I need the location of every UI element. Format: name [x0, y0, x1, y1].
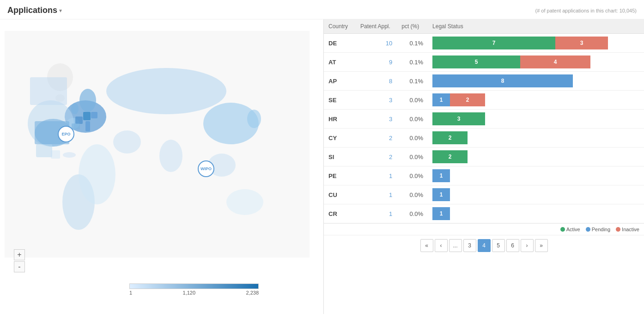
wipo-label[interactable]: WIPO — [198, 160, 214, 177]
bar-pending: 1 — [432, 169, 450, 182]
country-cell: CY — [324, 129, 356, 148]
legend-inactive-label: Inactive — [622, 227, 639, 232]
col-patent-appl: Patent Appl. — [356, 19, 397, 34]
inactive-dot — [616, 227, 620, 232]
patent-appl-cell: 1 — [356, 204, 397, 223]
patent-appl-cell: 9 — [356, 53, 397, 72]
page-first-button[interactable]: « — [420, 239, 433, 252]
legend-pending-item: Pending — [586, 227, 610, 232]
patent-appl-link[interactable]: 9 — [389, 59, 392, 66]
page-last-button[interactable]: » — [535, 239, 548, 252]
bar-pending: 1 — [432, 188, 450, 201]
patent-appl-cell: 8 — [356, 72, 397, 91]
table-row: SE 3 0.0% 12 — [324, 91, 644, 110]
page-5-button[interactable]: 5 — [492, 239, 505, 252]
patent-appl-link[interactable]: 3 — [389, 116, 392, 123]
epo-label[interactable]: EPO — [58, 126, 74, 142]
table-row: AT 9 0.1% 54 — [324, 53, 644, 72]
map-legend: 1 1,120 2,238 — [129, 283, 259, 295]
legend-gradient — [129, 283, 259, 289]
legend-max: 2,238 — [246, 290, 259, 295]
patent-appl-link[interactable]: 2 — [389, 135, 392, 142]
page-next-button[interactable]: › — [521, 239, 534, 252]
bar-cell: 1 — [428, 204, 644, 223]
patent-appl-link[interactable]: 2 — [389, 154, 392, 160]
bar-inactive: 3 — [555, 37, 608, 49]
table-row: CU 1 0.0% 1 — [324, 185, 644, 204]
svg-rect-18 — [83, 112, 91, 120]
table-body: DE 10 0.1% 73 AT 9 0.1% 54 AP 8 0.1% 8 S… — [324, 34, 644, 223]
bar-active: 2 — [432, 131, 468, 144]
table-row: AP 8 0.1% 8 — [324, 72, 644, 91]
legend-pending-label: Pending — [592, 227, 610, 232]
svg-point-5 — [106, 68, 226, 114]
pct-cell: 0.0% — [397, 166, 428, 185]
bar-cell: 12 — [428, 91, 644, 110]
page-prev-button[interactable]: ‹ — [435, 239, 448, 252]
table-legend: Active Pending Inactive — [324, 223, 644, 235]
svg-rect-23 — [30, 77, 67, 105]
zoom-out-button[interactable]: - — [14, 261, 25, 272]
pct-cell: 0.1% — [397, 34, 428, 53]
patent-appl-cell: 10 — [356, 34, 397, 53]
page-3-button[interactable]: 3 — [463, 239, 476, 252]
pct-cell: 0.1% — [397, 53, 428, 72]
country-cell: SI — [324, 148, 356, 166]
patent-appl-cell: 3 — [356, 91, 397, 110]
pct-cell: 0.0% — [397, 129, 428, 148]
svg-point-3 — [71, 103, 79, 114]
country-cell: PE — [324, 166, 356, 185]
svg-point-11 — [113, 130, 141, 154]
bar-inactive: 4 — [520, 55, 590, 68]
dropdown-arrow-icon[interactable]: ▾ — [59, 7, 62, 14]
patent-appl-link[interactable]: 1 — [389, 191, 392, 198]
patent-appl-link[interactable]: 3 — [389, 97, 392, 104]
data-table: Country Patent Appl. pct (%) Legal Statu… — [324, 19, 644, 223]
patent-appl-link[interactable]: 10 — [386, 40, 392, 47]
svg-rect-19 — [91, 112, 97, 118]
pct-cell: 0.0% — [397, 110, 428, 129]
patent-appl-link[interactable]: 8 — [389, 78, 392, 85]
svg-rect-25 — [36, 144, 52, 157]
country-cell: CU — [324, 185, 356, 204]
bar-cell: 54 — [428, 53, 644, 72]
zoom-in-button[interactable]: + — [14, 249, 25, 260]
page-6-button[interactable]: 6 — [506, 239, 519, 252]
bar-inactive: 2 — [450, 93, 485, 106]
svg-point-12 — [159, 140, 182, 172]
legend-labels: 1 1,120 2,238 — [129, 290, 259, 295]
pct-cell: 0.0% — [397, 148, 428, 166]
svg-rect-21 — [85, 121, 90, 131]
main-content: EPO WIPO + - 1 1,120 2,238 Country Paten… — [0, 19, 644, 314]
bar-cell: 1 — [428, 185, 644, 204]
legend-min: 1 — [129, 290, 132, 295]
col-pct: pct (%) — [397, 19, 428, 34]
bar-cell: 2 — [428, 129, 644, 148]
bar-active: 5 — [432, 55, 520, 68]
bar-pending: 1 — [432, 207, 450, 220]
patent-appl-cell: 1 — [356, 185, 397, 204]
svg-point-27 — [63, 152, 76, 158]
col-legal-status: Legal Status — [428, 19, 644, 34]
svg-rect-20 — [75, 117, 83, 124]
svg-rect-22 — [72, 123, 80, 129]
page-4-button[interactable]: 4 — [478, 239, 491, 252]
bar-cell: 1 — [428, 166, 644, 185]
bar-pending: 8 — [432, 74, 573, 87]
page-title: Applications — [7, 6, 57, 15]
svg-point-2 — [79, 89, 96, 112]
legend-active-label: Active — [566, 227, 580, 232]
bar-active: 3 — [432, 112, 485, 125]
patent-appl-link[interactable]: 1 — [389, 210, 392, 217]
bar-pending: 1 — [432, 93, 450, 106]
world-map — [5, 24, 310, 265]
svg-rect-26 — [51, 150, 60, 159]
legend-inactive-item: Inactive — [616, 227, 639, 232]
patent-appl-cell: 2 — [356, 129, 397, 148]
map-area: EPO WIPO + - 1 1,120 2,238 — [0, 19, 323, 314]
patent-appl-link[interactable]: 1 — [389, 172, 392, 179]
patent-appl-cell: 1 — [356, 166, 397, 185]
table-row: DE 10 0.1% 73 — [324, 34, 644, 53]
active-dot — [560, 227, 565, 232]
table-header: Country Patent Appl. pct (%) Legal Statu… — [324, 19, 644, 34]
